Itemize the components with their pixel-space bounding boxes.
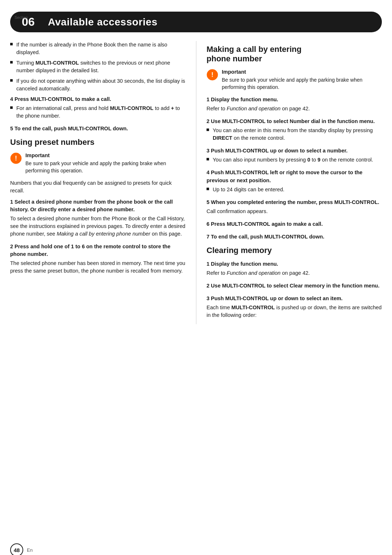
using-preset-heading: Using preset numbers: [10, 138, 186, 147]
left-step-4-heading: 4 Press MULTI-CONTROL to make a call.: [10, 95, 186, 103]
cm-step-1-body: Refer to Function and operation on page …: [207, 269, 382, 277]
cm-step-1-heading: 1 Display the function menu.: [207, 260, 382, 268]
bullet-text-1: If the number is already in the Phone Bo…: [16, 41, 186, 56]
right-step-7: 7 To end the call, push MULTI-CONTROL do…: [207, 233, 382, 241]
right-step-7-heading: 7 To end the call, push MULTI-CONTROL do…: [207, 233, 382, 241]
preset-step-1: 1 Select a desired phone number from the…: [10, 198, 186, 238]
important-text-right: Be sure to park your vehicle and apply t…: [222, 76, 382, 91]
bullet-icon-2: [10, 61, 13, 64]
preset-step-2-body: The selected phone number has been store…: [10, 260, 186, 275]
preset-step-1-body: To select a desired phone number from th…: [10, 215, 186, 238]
bullet-text-r2: You can also enter in this menu from the…: [213, 127, 382, 142]
right-step-6-heading: 6 Press MULTI-CONTROL again to make a ca…: [207, 220, 382, 228]
left-step-4: 4 Press MULTI-CONTROL to make a call. Fo…: [10, 95, 186, 120]
preset-step-2: 2 Press and hold one of 1 to 6 on the re…: [10, 243, 186, 275]
preset-step-1-heading: 1 Select a desired phone number from the…: [10, 198, 186, 213]
important-text-left: Be sure to park your vehicle and apply t…: [25, 160, 186, 175]
right-step-3: 3 Push MULTI-CONTROL up or down to selec…: [207, 147, 382, 164]
important-content-right: Important Be sure to park your vehicle a…: [222, 69, 382, 91]
bullet-icon-r4: [207, 188, 209, 190]
important-icon-left: !: [10, 152, 22, 164]
svg-text:!: !: [211, 71, 213, 78]
bullet-icon-3: [10, 79, 13, 82]
bullet-icon-r3: [207, 158, 209, 160]
bullet-item-1: If the number is already in the Phone Bo…: [10, 41, 186, 56]
right-column: Making a call by enteringphone number ! …: [196, 41, 382, 324]
content-area: If the number is already in the Phone Bo…: [0, 41, 392, 324]
bullet-icon-1: [10, 43, 13, 45]
right-step-2-heading: 2 Use MULTI-CONTROL to select Number dia…: [207, 118, 382, 125]
important-label-left: Important: [25, 152, 186, 158]
svg-text:!: !: [15, 155, 17, 162]
right-step-1-body: Refer to Function and operation on page …: [207, 105, 382, 113]
right-step-4-bullet: Up to 24 digits can be entered.: [207, 186, 382, 193]
right-step-5-heading: 5 When you completed entering the number…: [207, 199, 382, 206]
right-step-2-bullet: You can also enter in this menu from the…: [207, 127, 382, 142]
right-step-2: 2 Use MULTI-CONTROL to select Number dia…: [207, 118, 382, 142]
cm-step-3-body: Each time MULTI-CONTROL is pushed up or …: [207, 304, 382, 319]
page-number: 48: [10, 543, 23, 555]
important-icon-right: !: [207, 69, 218, 81]
page-lang: En: [27, 547, 33, 553]
section-label: Section: [15, 15, 28, 20]
header-banner: 06 Available accessories: [10, 12, 382, 32]
clearing-memory-heading: Clearing memory: [207, 246, 382, 255]
cm-step-2: 2 Use MULTI-CONTROL to select Clear memo…: [207, 282, 382, 290]
important-box-right: ! Important Be sure to park your vehicle…: [207, 69, 382, 91]
right-step-1-heading: 1 Display the function menu.: [207, 96, 382, 103]
footer: 48 En: [10, 543, 33, 555]
bullet-text-3: If you do not operate anything within ab…: [16, 77, 186, 93]
cm-step-1: 1 Display the function menu. Refer to Fu…: [207, 260, 382, 277]
right-step-4-heading: 4 Push MULTI-CONTROL left or right to mo…: [207, 169, 382, 184]
right-step-3-heading: 3 Push MULTI-CONTROL up or down to selec…: [207, 147, 382, 155]
preset-intro: Numbers that you dial frequently can be …: [10, 179, 186, 195]
page-container: Section 06 Available accessories If the …: [0, 12, 392, 555]
important-box-left: ! Important Be sure to park your vehicle…: [10, 152, 186, 175]
right-step-1: 1 Display the function menu. Refer to Fu…: [207, 96, 382, 113]
important-label-right: Important: [222, 69, 382, 75]
bullet-text-s4: For an international call, press and hol…: [16, 105, 186, 120]
right-step-5-body: Call confirmation appears.: [207, 208, 382, 215]
bullet-icon-r2: [207, 128, 209, 131]
right-step-6: 6 Press MULTI-CONTROL again to make a ca…: [207, 220, 382, 228]
cm-step-3-heading: 3 Push MULTI-CONTROL up or down to selec…: [207, 295, 382, 302]
important-content-left: Important Be sure to park your vehicle a…: [25, 152, 186, 175]
left-step-4-bullet: For an international call, press and hol…: [10, 105, 186, 120]
bullet-item-2: Turning MULTI-CONTROL switches to the pr…: [10, 59, 186, 74]
bullet-text-r4: Up to 24 digits can be entered.: [213, 186, 382, 193]
cm-step-2-heading: 2 Use MULTI-CONTROL to select Clear memo…: [207, 282, 382, 290]
cm-step-3: 3 Push MULTI-CONTROL up or down to selec…: [207, 295, 382, 319]
right-step-4: 4 Push MULTI-CONTROL left or right to mo…: [207, 169, 382, 193]
making-call-heading: Making a call by enteringphone number: [207, 45, 382, 64]
bullet-text-2: Turning MULTI-CONTROL switches to the pr…: [16, 59, 186, 74]
left-column: If the number is already in the Phone Bo…: [10, 41, 196, 324]
right-step-5: 5 When you completed entering the number…: [207, 199, 382, 215]
bullet-item-3: If you do not operate anything within ab…: [10, 77, 186, 93]
left-step-5-heading: 5 To end the call, push MULTI-CONTROL do…: [10, 125, 186, 132]
bullet-icon-s4: [10, 106, 13, 109]
bullet-text-r3: You can also input numbers by pressing 0…: [213, 156, 382, 164]
section-title: Available accessories: [48, 16, 158, 28]
preset-step-2-heading: 2 Press and hold one of 1 to 6 on the re…: [10, 243, 186, 258]
right-step-3-bullet: You can also input numbers by pressing 0…: [207, 156, 382, 164]
left-step-5: 5 To end the call, push MULTI-CONTROL do…: [10, 125, 186, 132]
